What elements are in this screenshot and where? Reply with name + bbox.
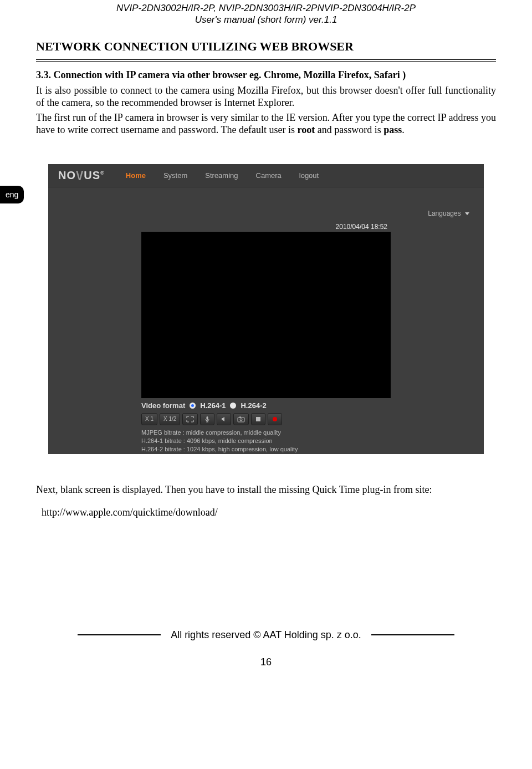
mic-button[interactable]	[200, 413, 214, 425]
camera-ui-screenshot: NOVUS® Home System Streaming Camera logo…	[48, 164, 484, 454]
controls-row: X 1 X 1/2	[141, 413, 484, 425]
languages-dropdown[interactable]: Languages	[48, 187, 484, 221]
main-nav: Home System Streaming Camera logout	[126, 171, 319, 180]
radio-h264-2[interactable]	[230, 403, 236, 409]
header-models: NVIP-2DN3002H/IR-2P, NVIP-2DN3003H/IR-2P…	[36, 2, 496, 14]
radio-h264-1-label: H.264-1	[200, 401, 226, 410]
svg-point-5	[273, 417, 277, 421]
video-timestamp: 2010/04/04 18:52	[141, 221, 391, 232]
fullscreen-button[interactable]	[182, 413, 198, 425]
speaker-icon	[221, 416, 227, 422]
fullscreen-icon	[186, 416, 194, 422]
radio-h264-1[interactable]	[190, 403, 196, 409]
svg-rect-0	[207, 416, 208, 420]
divider	[36, 59, 496, 62]
record-icon	[272, 416, 278, 422]
footer-rule-right	[371, 634, 454, 635]
chevron-down-icon	[465, 212, 469, 215]
nav-streaming[interactable]: Streaming	[205, 171, 238, 180]
snapshot-button[interactable]	[233, 413, 249, 425]
record-button[interactable]	[268, 413, 282, 425]
topbar: NOVUS® Home System Streaming Camera logo…	[48, 164, 484, 187]
microphone-icon	[204, 416, 211, 422]
language-tab[interactable]: eng	[0, 186, 24, 203]
video-viewport[interactable]	[141, 232, 391, 398]
paragraph-1: It is also possible to connect to the ca…	[36, 84, 496, 109]
svg-rect-3	[239, 416, 241, 417]
nav-camera[interactable]: Camera	[256, 171, 282, 180]
quicktime-url: http://www.apple.com/quicktime/download/	[42, 507, 496, 518]
svg-rect-1	[238, 417, 244, 422]
section-heading: 3.3. Connection with IP camera via other…	[36, 69, 496, 81]
svg-point-2	[240, 419, 242, 421]
paragraph-2: The first run of the IP camera in browse…	[36, 111, 496, 136]
video-format-row: Video format H.264-1 H.264-2	[141, 401, 484, 410]
footer-rule-left	[78, 634, 161, 635]
video-format-label: Video format	[141, 401, 185, 410]
header-manual: User's manual (short form) ver.1.1	[36, 14, 496, 26]
zoom-1x-button[interactable]: X 1	[141, 413, 157, 425]
radio-h264-2-label: H.264-2	[241, 401, 266, 410]
speaker-button[interactable]	[217, 413, 231, 425]
stop-icon	[255, 416, 261, 422]
after-paragraph: Next, blank screen is displayed. Then yo…	[36, 484, 496, 496]
page-number: 16	[36, 656, 496, 668]
camera-icon	[237, 416, 245, 422]
zoom-half-button[interactable]: X 1/2	[160, 413, 180, 425]
nav-home[interactable]: Home	[126, 171, 146, 180]
nav-logout[interactable]: logout	[299, 171, 319, 180]
page-title: NETWORK CONNECTION UTILIZING WEB BROWSER	[36, 39, 496, 54]
footer-copyright: All rights reserved © AAT Holding sp. z …	[166, 629, 366, 641]
bitrate-info: MJPEG bitrate : middle compression, midd…	[141, 429, 484, 454]
stop-button[interactable]	[251, 413, 265, 425]
nav-system[interactable]: System	[163, 171, 187, 180]
novus-logo: NOVUS®	[58, 169, 105, 182]
svg-rect-4	[256, 417, 260, 421]
